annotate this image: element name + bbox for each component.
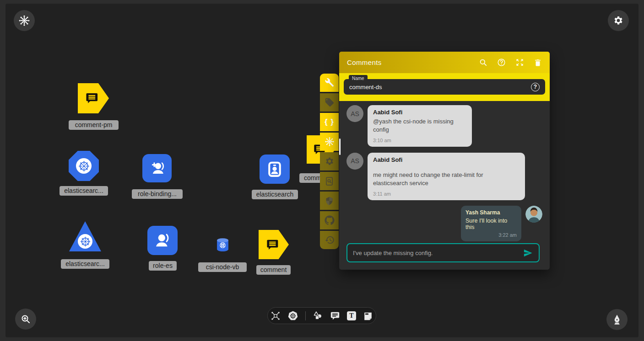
- comment-message: AS Aabid Sofi @yash the csi-node is miss…: [346, 105, 542, 147]
- send-icon[interactable]: [523, 248, 533, 258]
- message-time: 3:22 am: [465, 232, 517, 238]
- node-csi-node[interactable]: [216, 238, 229, 252]
- comments-scrollbar[interactable]: [339, 139, 341, 155]
- user-plus-icon: [148, 160, 166, 177]
- node-elasticsearch-serviceaccount[interactable]: [260, 155, 290, 184]
- storage-cylinder-icon: [216, 238, 229, 252]
- text-tool-icon[interactable]: T: [347, 311, 356, 320]
- tag-tool[interactable]: [320, 93, 339, 112]
- message-text: me might need to change the rate-limit f…: [373, 171, 520, 188]
- search-icon[interactable]: [479, 58, 487, 67]
- name-input[interactable]: [349, 84, 531, 91]
- braces-icon: { }: [325, 117, 334, 127]
- comments-panel: Comments Name: [339, 52, 550, 270]
- name-field[interactable]: Name ?: [344, 79, 545, 95]
- field-help-icon[interactable]: ?: [531, 83, 540, 91]
- meshery-tool[interactable]: [320, 133, 339, 151]
- comment-message: Yash Sharma Sure I'll look into this 3:2…: [346, 206, 542, 241]
- node-label: elasticsearc...: [60, 186, 108, 196]
- node-label: csi-node-vb: [198, 262, 247, 272]
- doc-search-icon: [325, 176, 334, 186]
- comment-bubble-icon: [266, 237, 282, 253]
- pen-nib-icon: [611, 314, 623, 325]
- message-time: 3:10 am: [373, 138, 466, 143]
- node-label: elasticsearch: [252, 190, 298, 199]
- gear-icon: [325, 156, 335, 166]
- security-tool[interactable]: [320, 192, 339, 210]
- comment-bubble-icon: [85, 90, 102, 107]
- node-action-toolbar: { }: [320, 74, 339, 249]
- node-label: comment: [256, 265, 291, 275]
- tag-icon: [325, 97, 335, 107]
- name-field-label: Name: [349, 75, 368, 82]
- settings-tool[interactable]: [320, 152, 339, 170]
- message-author: Yash Sharma: [465, 209, 517, 216]
- gear-icon: [613, 15, 624, 26]
- message-bubble: Yash Sharma Sure I'll look into this 3:2…: [461, 206, 521, 241]
- panel-title: Comments: [347, 59, 479, 66]
- node-label: role-es: [149, 261, 177, 271]
- toolbar-divider: [305, 311, 306, 320]
- comment-message: AS Aabid Sofi me might need to change th…: [346, 153, 542, 200]
- comment-input[interactable]: [353, 250, 523, 256]
- kubernetes-wheel-icon: [76, 158, 92, 174]
- message-author: Aabid Sofi: [373, 156, 520, 163]
- comments-message-list[interactable]: AS Aabid Sofi @yash the csi-node is miss…: [339, 101, 550, 241]
- meshery-logo-icon: [18, 15, 30, 27]
- network-layout-icon[interactable]: [271, 311, 281, 321]
- zoom-in-icon: [20, 314, 31, 325]
- node-label: elasticsearc...: [61, 259, 109, 269]
- wrench-icon: [325, 78, 335, 88]
- shapes-icon[interactable]: [313, 310, 323, 321]
- app-logo-button[interactable]: [14, 10, 35, 31]
- comment-input-box[interactable]: [346, 243, 540, 262]
- avatar: AS: [346, 105, 363, 122]
- kubernetes-wheel-icon: [78, 234, 92, 249]
- canvas-tools-bar: T: [267, 307, 376, 324]
- zoom-button[interactable]: [15, 309, 36, 330]
- avatar: [525, 206, 542, 223]
- help-icon[interactable]: [497, 58, 506, 67]
- node-role-binding[interactable]: [142, 154, 172, 182]
- kubernetes-icon[interactable]: [287, 310, 298, 321]
- message-text: @yash the csi-node is missing config: [373, 117, 466, 134]
- message-bubble: Aabid Sofi @yash the csi-node is missing…: [368, 105, 472, 147]
- pen-tool-button[interactable]: [606, 309, 628, 330]
- message-time: 3:11 am: [373, 191, 520, 197]
- github-tool[interactable]: [320, 211, 339, 229]
- inspect-tool[interactable]: [320, 172, 339, 190]
- json-tool[interactable]: { }: [320, 113, 339, 131]
- avatar: AS: [346, 153, 363, 170]
- configure-tool[interactable]: [320, 74, 339, 92]
- id-badge-icon: [266, 160, 283, 178]
- settings-button[interactable]: [608, 10, 629, 31]
- node-label: comment-pm: [69, 120, 119, 130]
- history-tool[interactable]: [320, 231, 339, 249]
- name-field-section: Name ?: [339, 73, 550, 101]
- message-bubble: Aabid Sofi me might need to change the r…: [368, 153, 525, 200]
- comment-tool-icon[interactable]: [330, 311, 340, 321]
- expand-icon[interactable]: [515, 58, 524, 67]
- note-tool-icon[interactable]: [363, 311, 373, 321]
- github-icon: [325, 215, 335, 225]
- node-role-es[interactable]: [147, 226, 178, 255]
- history-icon: [325, 235, 335, 245]
- message-author: Aabid Sofi: [373, 109, 466, 116]
- message-text: Sure I'll look into this: [465, 218, 517, 230]
- shield-icon: [325, 196, 334, 206]
- delete-icon[interactable]: [534, 59, 542, 67]
- node-label: role-binding...: [132, 189, 183, 199]
- comments-panel-header[interactable]: Comments: [339, 52, 550, 73]
- users-icon: [153, 231, 172, 250]
- snowflake-icon: [324, 136, 335, 147]
